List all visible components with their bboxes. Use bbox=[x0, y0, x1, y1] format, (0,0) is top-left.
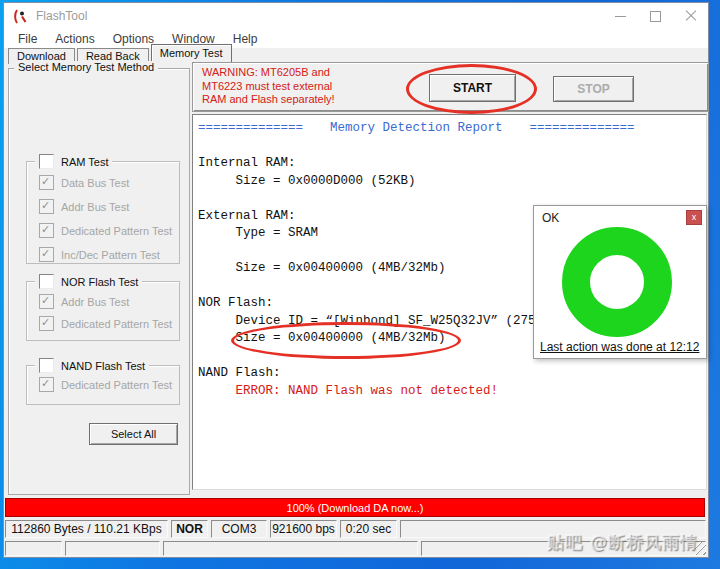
popup-close-button[interactable]: x bbox=[686, 210, 702, 225]
tab-memory-test[interactable]: Memory Test bbox=[151, 44, 232, 64]
minimize-button[interactable] bbox=[603, 3, 638, 29]
checkbox-incdec-pattern-test[interactable] bbox=[39, 247, 54, 262]
checkbox-dedicated-pattern-test[interactable] bbox=[39, 223, 54, 238]
maximize-button[interactable] bbox=[638, 3, 673, 29]
report-line bbox=[198, 138, 706, 156]
status-bytes-speed: 112860 Bytes / 110.21 KBps bbox=[5, 520, 168, 538]
incdec-pattern-test-label: Inc/Dec Pattern Test bbox=[61, 249, 160, 261]
status-empty-cell bbox=[163, 541, 418, 556]
close-icon bbox=[685, 10, 697, 22]
ok-popup: OK x Last action was done at 12:12 bbox=[533, 205, 707, 359]
popup-title: OK bbox=[542, 211, 559, 225]
report-line-internal-ram: Internal RAM: bbox=[198, 155, 706, 173]
nand-flash-test-label: NAND Flash Test bbox=[61, 360, 145, 372]
nor-dedicated-pattern-test-label: Dedicated Pattern Test bbox=[61, 318, 172, 330]
checkbox-ram-test[interactable] bbox=[39, 154, 54, 169]
progress-bar: 100% (Download DA now...) bbox=[5, 498, 705, 517]
checkbox-nor-dedicated-pattern-test[interactable] bbox=[39, 316, 54, 331]
window-title: FlashTool bbox=[36, 9, 87, 23]
report-line-internal-ram-size: Size = 0x0000D000 (52KB) bbox=[198, 173, 706, 191]
popup-status-text: Last action was done at 12:12 bbox=[540, 340, 699, 354]
title-bar: FlashTool bbox=[4, 3, 708, 29]
ram-test-group: RAM Test Data Bus Test Addr Bus Test Ded… bbox=[26, 161, 180, 264]
status-elapsed-time: 0:20 sec bbox=[340, 520, 397, 538]
select-all-button[interactable]: Select All bbox=[89, 423, 178, 445]
nor-flash-test-group: NOR Flash Test Addr Bus Test Dedicated P… bbox=[26, 281, 180, 341]
maximize-icon bbox=[650, 11, 661, 22]
flashtool-window: FlashTool File Actions Options Window He… bbox=[4, 3, 708, 557]
status-empty-cell bbox=[65, 541, 160, 556]
addr-bus-test-label: Addr Bus Test bbox=[61, 201, 129, 213]
stop-button[interactable]: STOP bbox=[553, 76, 634, 102]
progress-text: 100% (Download DA now...) bbox=[287, 502, 424, 514]
ram-test-label: RAM Test bbox=[61, 156, 108, 168]
minimize-icon bbox=[615, 16, 626, 17]
report-header: ==============Memory Detection Report===… bbox=[198, 120, 706, 138]
status-empty-cell bbox=[5, 541, 62, 556]
nor-flash-test-label: NOR Flash Test bbox=[61, 276, 138, 288]
report-line-nand-error: ERROR: NAND Flash was not detected! bbox=[198, 383, 706, 401]
checkbox-nor-addr-bus-test[interactable] bbox=[39, 294, 54, 309]
data-bus-test-label: Data Bus Test bbox=[61, 177, 129, 189]
flashtool-app-icon bbox=[13, 9, 28, 24]
window-controls bbox=[603, 3, 708, 29]
menu-actions[interactable]: Actions bbox=[46, 32, 103, 46]
report-title: Memory Detection Report bbox=[330, 121, 503, 135]
nand-flash-test-group: NAND Flash Test Dedicated Pattern Test bbox=[26, 365, 180, 405]
control-panel: WARNING: MT6205B and MT6223 must test ex… bbox=[192, 62, 709, 112]
status-com-port: COM3 bbox=[211, 520, 267, 538]
checkbox-data-bus-test[interactable] bbox=[39, 175, 54, 190]
checkbox-nand-flash-test[interactable] bbox=[39, 358, 54, 373]
warning-text: WARNING: MT6205B and MT6223 must test ex… bbox=[202, 66, 357, 107]
nor-addr-bus-test-label: Addr Bus Test bbox=[61, 296, 129, 308]
start-button[interactable]: START bbox=[429, 74, 516, 102]
checkbox-nor-flash-test[interactable] bbox=[39, 274, 54, 289]
checkbox-nand-dedicated-pattern-test[interactable] bbox=[39, 377, 54, 392]
checkbox-addr-bus-test[interactable] bbox=[39, 199, 54, 214]
ok-ring-icon bbox=[562, 227, 672, 337]
dedicated-pattern-test-label: Dedicated Pattern Test bbox=[61, 225, 172, 237]
watermark-text: 贴吧 @断桥风雨情 bbox=[547, 531, 698, 554]
menu-file[interactable]: File bbox=[9, 32, 46, 46]
report-line-nand-flash: NAND Flash: bbox=[198, 365, 706, 383]
status-flash-type: NOR bbox=[171, 520, 208, 538]
status-baud-rate: 921600 bps bbox=[270, 520, 337, 538]
memory-test-method-group: Select Memory Test Method RAM Test Data … bbox=[8, 68, 190, 495]
group-title: Select Memory Test Method bbox=[14, 61, 158, 73]
close-button[interactable] bbox=[673, 3, 708, 29]
nand-dedicated-pattern-test-label: Dedicated Pattern Test bbox=[61, 379, 172, 391]
